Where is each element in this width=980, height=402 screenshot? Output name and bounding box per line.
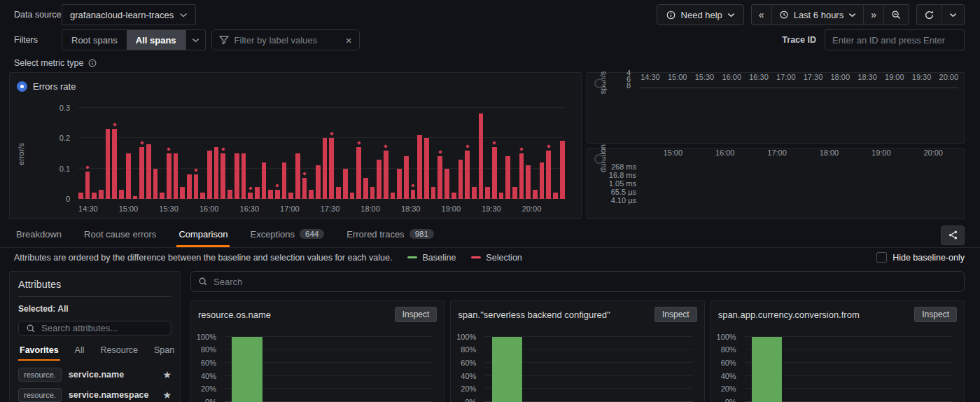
- bar: [160, 193, 164, 199]
- bar: [444, 169, 449, 199]
- x-tick-label: 17:00: [767, 148, 787, 157]
- bar: [106, 129, 111, 199]
- refresh-icon: [924, 10, 934, 20]
- point-marker: [140, 141, 144, 145]
- share-button[interactable]: [941, 226, 965, 245]
- bar: [99, 190, 104, 199]
- bar: [174, 153, 178, 199]
- x-tick-label: 15:00: [664, 148, 683, 157]
- attributes-search-input[interactable]: [41, 323, 164, 333]
- refresh-group: [916, 4, 965, 25]
- scope-root-spans[interactable]: Root spans: [62, 30, 127, 50]
- time-zoom-out-button[interactable]: [883, 5, 909, 25]
- y-tick-label: 100%: [451, 333, 476, 341]
- list-item[interactable]: resource. service.namespace ★: [18, 388, 172, 402]
- bar: [146, 144, 151, 199]
- legend-selection: Selection: [471, 253, 522, 263]
- x-tick-label: 15:00: [119, 205, 139, 213]
- comparison-search-input[interactable]: [214, 277, 957, 287]
- favorite-star-icon[interactable]: ★: [162, 389, 172, 401]
- bar: [377, 160, 382, 199]
- inspect-button[interactable]: Inspect: [654, 307, 697, 322]
- bar: [560, 141, 565, 199]
- time-range-picker[interactable]: Last 6 hours: [771, 5, 864, 25]
- spans-rate-radio[interactable]: [594, 78, 604, 88]
- legend-baseline: Baseline: [407, 253, 456, 263]
- trace-id-box: [825, 29, 965, 50]
- trace-id-input[interactable]: [832, 35, 957, 46]
- comparison-main: resource.os.name Inspect 100%80%60%40%20…: [190, 271, 965, 402]
- y-tick-label: 40%: [451, 372, 476, 380]
- bar: [370, 187, 375, 199]
- attributes-heading: Attributes: [18, 279, 172, 297]
- share-icon: [948, 230, 958, 240]
- x-tick-label: 18:00: [831, 73, 850, 81]
- bar: [533, 190, 538, 199]
- duration-radio[interactable]: [594, 154, 604, 164]
- comparison-panels-row: resource.os.name Inspect 100%80%60%40%20…: [190, 300, 965, 402]
- bar: [126, 153, 131, 199]
- scope-all-spans[interactable]: All spans: [127, 30, 186, 50]
- label-filter-input[interactable]: [234, 35, 340, 46]
- errors-rate-radio[interactable]: [17, 81, 27, 92]
- tab-errored-traces[interactable]: Errored traces 981: [344, 223, 436, 247]
- bar: [187, 174, 192, 199]
- comparison-content: Attributes Selected: All Favorites All R…: [9, 271, 965, 402]
- time-shift-back-button[interactable]: «: [752, 5, 771, 25]
- bar: [363, 178, 368, 199]
- inspect-button[interactable]: Inspect: [914, 307, 957, 322]
- bar: [295, 153, 300, 199]
- bar: [438, 156, 442, 199]
- refresh-interval-dropdown[interactable]: [941, 5, 964, 25]
- attr-tab-favorites[interactable]: Favorites: [18, 342, 60, 361]
- tab-comparison[interactable]: Comparison: [176, 223, 230, 247]
- bar: [492, 337, 522, 402]
- inspect-button[interactable]: Inspect: [395, 307, 438, 322]
- hide-baseline-only-checkbox[interactable]: [876, 252, 887, 263]
- bar: [472, 187, 477, 199]
- need-help-button[interactable]: Need help: [657, 4, 744, 25]
- bar: [167, 153, 172, 199]
- y-tick-label: 0.2: [17, 134, 70, 142]
- y-tick-label: 0%: [451, 398, 476, 402]
- bar: [752, 337, 782, 402]
- point-marker: [492, 141, 496, 145]
- point-marker: [167, 147, 171, 151]
- refresh-button[interactable]: [917, 5, 941, 25]
- span-scope-toggle: Root spans All spans: [62, 29, 206, 50]
- data-source-picker[interactable]: grafanacloud-learn-traces: [62, 4, 196, 25]
- favorite-star-icon[interactable]: ★: [162, 369, 172, 380]
- clear-filter-icon[interactable]: ×: [346, 35, 352, 46]
- attr-tab-span[interactable]: Span: [153, 342, 176, 361]
- bar: [234, 153, 239, 199]
- scope-dropdown-caret[interactable]: [186, 30, 205, 50]
- bar: [227, 190, 232, 199]
- x-tick-label: 19:00: [885, 73, 904, 81]
- attr-tab-all[interactable]: All: [74, 342, 86, 361]
- scope-badge: resource.: [18, 388, 62, 402]
- x-tick-label: 18:30: [858, 73, 877, 81]
- attr-tab-resource[interactable]: Resource: [99, 342, 140, 361]
- bar: [316, 165, 321, 199]
- tab-breakdown[interactable]: Breakdown: [14, 223, 64, 247]
- attributes-tabs: Favorites All Resource Span: [18, 342, 172, 361]
- plot-area: [745, 332, 953, 402]
- attributes-list: resource. service.name ★ resource. servi…: [18, 368, 172, 402]
- bar: [540, 162, 545, 199]
- time-shift-forward-button[interactable]: »: [863, 5, 883, 25]
- chevron-down-icon: [179, 13, 188, 18]
- bar: [275, 190, 280, 199]
- panel-title: resource.os.name: [198, 310, 271, 320]
- zoom-out-icon: [891, 10, 902, 20]
- bar: [553, 193, 558, 199]
- data-source-label: Data source: [14, 10, 62, 20]
- list-item[interactable]: resource. service.name ★: [18, 368, 172, 382]
- tab-root-cause-errors[interactable]: Root cause errors: [82, 223, 158, 247]
- bar: [241, 153, 246, 199]
- duration-panel: duration268 ms16.8 ms1.05 ms65.5 µs4.10 …: [587, 148, 965, 219]
- x-tick-label: 18:30: [401, 205, 421, 213]
- bar: [499, 193, 504, 199]
- info-circle-icon[interactable]: [88, 58, 97, 68]
- tab-exceptions[interactable]: Exceptions 644: [248, 223, 326, 247]
- bar: [485, 187, 490, 199]
